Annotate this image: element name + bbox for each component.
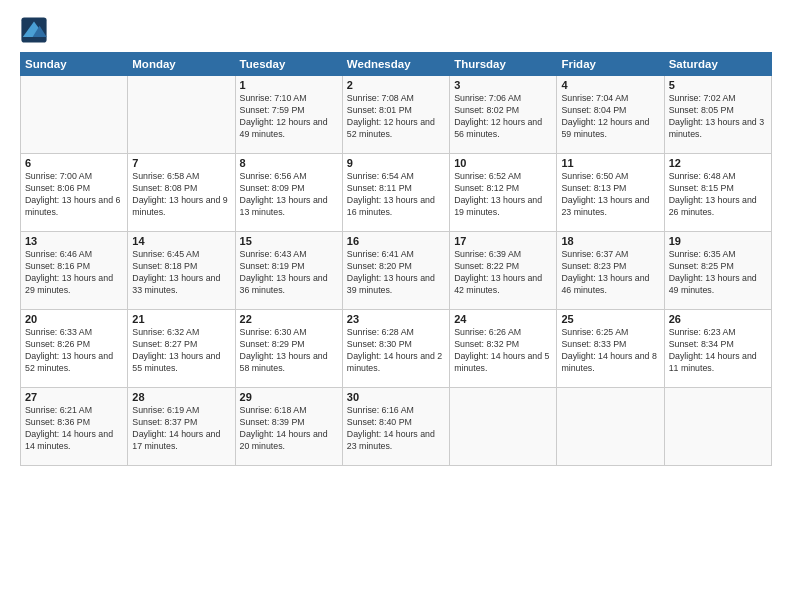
- week-row-3: 13Sunrise: 6:46 AM Sunset: 8:16 PM Dayli…: [21, 232, 772, 310]
- day-number: 15: [240, 235, 338, 247]
- day-number: 30: [347, 391, 445, 403]
- day-info: Sunrise: 6:26 AM Sunset: 8:32 PM Dayligh…: [454, 327, 552, 375]
- day-cell: [557, 388, 664, 466]
- column-header-friday: Friday: [557, 53, 664, 76]
- day-info: Sunrise: 6:33 AM Sunset: 8:26 PM Dayligh…: [25, 327, 123, 375]
- day-number: 18: [561, 235, 659, 247]
- day-cell: 16Sunrise: 6:41 AM Sunset: 8:20 PM Dayli…: [342, 232, 449, 310]
- day-number: 12: [669, 157, 767, 169]
- logo: [20, 16, 52, 44]
- column-header-thursday: Thursday: [450, 53, 557, 76]
- day-info: Sunrise: 7:04 AM Sunset: 8:04 PM Dayligh…: [561, 93, 659, 141]
- day-info: Sunrise: 6:41 AM Sunset: 8:20 PM Dayligh…: [347, 249, 445, 297]
- header: [20, 16, 772, 44]
- day-info: Sunrise: 6:50 AM Sunset: 8:13 PM Dayligh…: [561, 171, 659, 219]
- day-info: Sunrise: 6:45 AM Sunset: 8:18 PM Dayligh…: [132, 249, 230, 297]
- day-number: 25: [561, 313, 659, 325]
- day-info: Sunrise: 7:02 AM Sunset: 8:05 PM Dayligh…: [669, 93, 767, 141]
- day-number: 29: [240, 391, 338, 403]
- day-info: Sunrise: 6:48 AM Sunset: 8:15 PM Dayligh…: [669, 171, 767, 219]
- calendar-table: SundayMondayTuesdayWednesdayThursdayFrid…: [20, 52, 772, 466]
- day-info: Sunrise: 6:32 AM Sunset: 8:27 PM Dayligh…: [132, 327, 230, 375]
- day-info: Sunrise: 6:58 AM Sunset: 8:08 PM Dayligh…: [132, 171, 230, 219]
- day-number: 9: [347, 157, 445, 169]
- day-cell: 11Sunrise: 6:50 AM Sunset: 8:13 PM Dayli…: [557, 154, 664, 232]
- day-cell: 6Sunrise: 7:00 AM Sunset: 8:06 PM Daylig…: [21, 154, 128, 232]
- day-number: 3: [454, 79, 552, 91]
- day-info: Sunrise: 6:52 AM Sunset: 8:12 PM Dayligh…: [454, 171, 552, 219]
- day-cell: [450, 388, 557, 466]
- day-cell: 18Sunrise: 6:37 AM Sunset: 8:23 PM Dayli…: [557, 232, 664, 310]
- header-row: SundayMondayTuesdayWednesdayThursdayFrid…: [21, 53, 772, 76]
- day-number: 16: [347, 235, 445, 247]
- day-info: Sunrise: 7:08 AM Sunset: 8:01 PM Dayligh…: [347, 93, 445, 141]
- day-info: Sunrise: 6:43 AM Sunset: 8:19 PM Dayligh…: [240, 249, 338, 297]
- day-number: 4: [561, 79, 659, 91]
- day-cell: 29Sunrise: 6:18 AM Sunset: 8:39 PM Dayli…: [235, 388, 342, 466]
- day-cell: 20Sunrise: 6:33 AM Sunset: 8:26 PM Dayli…: [21, 310, 128, 388]
- day-number: 14: [132, 235, 230, 247]
- day-info: Sunrise: 7:00 AM Sunset: 8:06 PM Dayligh…: [25, 171, 123, 219]
- day-cell: 24Sunrise: 6:26 AM Sunset: 8:32 PM Dayli…: [450, 310, 557, 388]
- day-number: 27: [25, 391, 123, 403]
- day-cell: 14Sunrise: 6:45 AM Sunset: 8:18 PM Dayli…: [128, 232, 235, 310]
- day-cell: 26Sunrise: 6:23 AM Sunset: 8:34 PM Dayli…: [664, 310, 771, 388]
- day-number: 26: [669, 313, 767, 325]
- week-row-2: 6Sunrise: 7:00 AM Sunset: 8:06 PM Daylig…: [21, 154, 772, 232]
- day-cell: 17Sunrise: 6:39 AM Sunset: 8:22 PM Dayli…: [450, 232, 557, 310]
- day-number: 23: [347, 313, 445, 325]
- day-info: Sunrise: 6:39 AM Sunset: 8:22 PM Dayligh…: [454, 249, 552, 297]
- column-header-wednesday: Wednesday: [342, 53, 449, 76]
- day-cell: [664, 388, 771, 466]
- column-header-saturday: Saturday: [664, 53, 771, 76]
- day-info: Sunrise: 6:16 AM Sunset: 8:40 PM Dayligh…: [347, 405, 445, 453]
- day-cell: [128, 76, 235, 154]
- day-number: 7: [132, 157, 230, 169]
- day-cell: 4Sunrise: 7:04 AM Sunset: 8:04 PM Daylig…: [557, 76, 664, 154]
- day-info: Sunrise: 6:25 AM Sunset: 8:33 PM Dayligh…: [561, 327, 659, 375]
- week-row-4: 20Sunrise: 6:33 AM Sunset: 8:26 PM Dayli…: [21, 310, 772, 388]
- day-number: 1: [240, 79, 338, 91]
- day-cell: 28Sunrise: 6:19 AM Sunset: 8:37 PM Dayli…: [128, 388, 235, 466]
- day-info: Sunrise: 6:18 AM Sunset: 8:39 PM Dayligh…: [240, 405, 338, 453]
- day-cell: [21, 76, 128, 154]
- day-info: Sunrise: 6:54 AM Sunset: 8:11 PM Dayligh…: [347, 171, 445, 219]
- day-info: Sunrise: 6:30 AM Sunset: 8:29 PM Dayligh…: [240, 327, 338, 375]
- column-header-monday: Monday: [128, 53, 235, 76]
- week-row-1: 1Sunrise: 7:10 AM Sunset: 7:59 PM Daylig…: [21, 76, 772, 154]
- day-cell: 1Sunrise: 7:10 AM Sunset: 7:59 PM Daylig…: [235, 76, 342, 154]
- day-number: 2: [347, 79, 445, 91]
- day-number: 22: [240, 313, 338, 325]
- day-cell: 19Sunrise: 6:35 AM Sunset: 8:25 PM Dayli…: [664, 232, 771, 310]
- day-cell: 8Sunrise: 6:56 AM Sunset: 8:09 PM Daylig…: [235, 154, 342, 232]
- day-cell: 5Sunrise: 7:02 AM Sunset: 8:05 PM Daylig…: [664, 76, 771, 154]
- calendar-page: SundayMondayTuesdayWednesdayThursdayFrid…: [0, 0, 792, 612]
- day-cell: 21Sunrise: 6:32 AM Sunset: 8:27 PM Dayli…: [128, 310, 235, 388]
- day-cell: 10Sunrise: 6:52 AM Sunset: 8:12 PM Dayli…: [450, 154, 557, 232]
- day-number: 6: [25, 157, 123, 169]
- day-info: Sunrise: 6:19 AM Sunset: 8:37 PM Dayligh…: [132, 405, 230, 453]
- day-info: Sunrise: 6:23 AM Sunset: 8:34 PM Dayligh…: [669, 327, 767, 375]
- day-info: Sunrise: 6:21 AM Sunset: 8:36 PM Dayligh…: [25, 405, 123, 453]
- day-number: 17: [454, 235, 552, 247]
- day-number: 21: [132, 313, 230, 325]
- day-number: 5: [669, 79, 767, 91]
- day-number: 19: [669, 235, 767, 247]
- day-number: 8: [240, 157, 338, 169]
- day-info: Sunrise: 6:56 AM Sunset: 8:09 PM Dayligh…: [240, 171, 338, 219]
- day-number: 20: [25, 313, 123, 325]
- day-info: Sunrise: 7:06 AM Sunset: 8:02 PM Dayligh…: [454, 93, 552, 141]
- day-cell: 23Sunrise: 6:28 AM Sunset: 8:30 PM Dayli…: [342, 310, 449, 388]
- day-cell: 2Sunrise: 7:08 AM Sunset: 8:01 PM Daylig…: [342, 76, 449, 154]
- day-info: Sunrise: 6:28 AM Sunset: 8:30 PM Dayligh…: [347, 327, 445, 375]
- day-cell: 9Sunrise: 6:54 AM Sunset: 8:11 PM Daylig…: [342, 154, 449, 232]
- day-info: Sunrise: 6:35 AM Sunset: 8:25 PM Dayligh…: [669, 249, 767, 297]
- day-number: 28: [132, 391, 230, 403]
- day-number: 13: [25, 235, 123, 247]
- day-cell: 27Sunrise: 6:21 AM Sunset: 8:36 PM Dayli…: [21, 388, 128, 466]
- day-info: Sunrise: 6:37 AM Sunset: 8:23 PM Dayligh…: [561, 249, 659, 297]
- logo-icon: [20, 16, 48, 44]
- day-cell: 22Sunrise: 6:30 AM Sunset: 8:29 PM Dayli…: [235, 310, 342, 388]
- day-cell: 30Sunrise: 6:16 AM Sunset: 8:40 PM Dayli…: [342, 388, 449, 466]
- day-cell: 13Sunrise: 6:46 AM Sunset: 8:16 PM Dayli…: [21, 232, 128, 310]
